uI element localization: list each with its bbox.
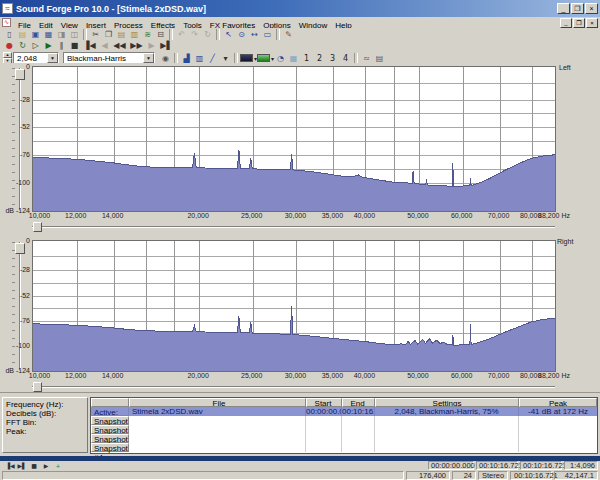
y-tick-label: -100 <box>0 341 30 348</box>
grid-button[interactable]: ▦ <box>287 53 300 64</box>
selection-length-field: 00:10:16.721 <box>520 461 562 470</box>
table-header-row: FileStartEndSettingsPeak <box>91 398 597 407</box>
menu-bar: ∿ FileEditViewInsertProcessEffectsToolsF… <box>0 17 600 28</box>
snapshot-row[interactable]: Snapshot #1: <box>91 416 597 425</box>
slider-track <box>32 386 555 388</box>
x-tick-label: 20,000 <box>187 372 208 379</box>
stop-button[interactable]: ■ <box>68 40 81 51</box>
restore-button[interactable]: ❐ <box>571 3 584 14</box>
slider-thumb[interactable] <box>33 382 42 392</box>
snapshot-table: FileStartEndSettingsPeakActive:Stimela 2… <box>90 397 598 454</box>
redo-button: ↷ <box>188 29 201 40</box>
magnify-tool-button[interactable]: ⊙ <box>235 29 248 40</box>
slope-options-dropdown[interactable]: ▾ <box>219 53 232 64</box>
copy-button[interactable]: ❐ <box>102 29 115 40</box>
spectrum-display-button[interactable]: ▾ <box>240 53 257 64</box>
play-all-button[interactable]: ▷ <box>29 40 42 51</box>
playbar-go-to-start-button[interactable]: ▐◀ <box>4 462 16 470</box>
normal-graph-button[interactable]: ▟ <box>180 53 193 64</box>
x-tick-label: 25,000 <box>241 372 262 379</box>
x-tick-label: 50,000 <box>407 212 428 219</box>
slider-thumb[interactable] <box>33 222 42 232</box>
print-button[interactable]: ▤ <box>373 53 386 64</box>
app-icon: ≈ <box>2 3 13 14</box>
right-spectrum-plot[interactable] <box>32 240 556 372</box>
selection-end-field: 00:10:16.721 <box>476 461 518 470</box>
active-row[interactable]: Active:Stimela 2xDSD.wav00:00:00.00000:1… <box>91 407 597 416</box>
rewind-button[interactable]: ◀◀ <box>111 40 128 51</box>
playbar-stop-button[interactable]: ■ <box>28 462 40 470</box>
cut-button[interactable]: ✂ <box>89 29 102 40</box>
paste-special-button[interactable]: ▥ <box>128 29 141 40</box>
x-tick-label: 10,000 <box>29 212 50 219</box>
selection-tool-button[interactable]: ▭ <box>261 29 274 40</box>
multi-channel-graph-button[interactable]: ▥ <box>193 53 206 64</box>
edit-tool-button[interactable]: ↖ <box>222 29 235 40</box>
go-to-start-button[interactable]: ▐◀ <box>81 40 98 51</box>
pause-button[interactable]: ∥ <box>55 40 68 51</box>
playbar-open-button[interactable]: + <box>52 462 64 470</box>
playbar-go-to-end-button[interactable]: ▶▌ <box>16 462 28 470</box>
x-tick-label: 40,000 <box>354 212 375 219</box>
playbar-play-button[interactable]: ▶ <box>40 462 52 470</box>
pencil-tool-button[interactable]: ✎ <box>282 29 295 40</box>
readout-decibels-db: Decibels (dB): <box>6 409 84 418</box>
x-tick-label: 14,000 <box>102 212 123 219</box>
slider-thumb[interactable] <box>15 243 25 254</box>
row-cell <box>129 425 306 434</box>
child-minimize-button[interactable]: _ <box>560 18 572 28</box>
snapshot-4-button[interactable]: 4 <box>339 53 352 64</box>
snapshot-3-button[interactable]: 3 <box>326 53 339 64</box>
trim-button[interactable]: ⊟ <box>154 29 167 40</box>
record-button[interactable]: ● <box>3 40 16 51</box>
total-length-cell: 00:10:16.721 <box>510 471 552 480</box>
right-plot-zoom-slider[interactable] <box>12 240 26 372</box>
child-restore-button[interactable]: ❐ <box>573 18 585 28</box>
paste-button[interactable]: ▤ <box>115 29 128 40</box>
x-tick-label: 30,000 <box>285 212 306 219</box>
render-as-button[interactable]: ◨ <box>55 29 68 40</box>
go-to-end-button[interactable]: ▶▌ <box>158 40 175 51</box>
left-plot-zoom-slider[interactable] <box>12 66 26 212</box>
save-all-button[interactable]: ▦ <box>42 29 55 40</box>
play-button[interactable]: ▶ <box>42 40 55 51</box>
left-plot-scroll-slider[interactable] <box>30 222 557 233</box>
snapshot-row[interactable]: Snapshot #3: <box>91 434 597 443</box>
snapshot-1-button[interactable]: 1 <box>300 53 313 64</box>
loop-playback-button[interactable]: ↻ <box>16 40 29 51</box>
publish-button[interactable]: ◫ <box>68 29 81 40</box>
snapshot-2-button[interactable]: 2 <box>313 53 326 64</box>
column-header-settings: Settings <box>375 398 519 407</box>
left-spectrum-plot[interactable] <box>32 66 556 212</box>
next-button: ▶ <box>145 40 158 51</box>
status-bar: 176,400 Hz24 bitStereo00:10:16.72142,147… <box>0 470 600 480</box>
sonogram-display-button[interactable]: ▾ <box>257 53 274 64</box>
column-header-peak: Peak <box>519 398 597 407</box>
new-file-button[interactable]: ▯ <box>3 29 16 40</box>
slope-button[interactable]: ╱ <box>206 53 219 64</box>
transport-toolbar: ●↻▷▶∥■▐◀◀◀◀▶▶▶▶▌ <box>0 40 600 51</box>
minimize-button[interactable]: _ <box>557 3 570 14</box>
sound-forge-window: ≈ Sound Forge Pro 10.0 - [Stimela 2xDSD.… <box>0 0 600 480</box>
document-icon[interactable]: ∿ <box>2 18 11 27</box>
overlay-snapshots-button[interactable]: ≈ <box>360 53 373 64</box>
toolbar-divider <box>169 29 173 40</box>
close-button[interactable]: × <box>585 3 598 14</box>
save-button[interactable]: ▣ <box>29 29 42 40</box>
mix-button[interactable]: ≋ <box>141 29 154 40</box>
event-tool-button[interactable]: ↔ <box>248 29 261 40</box>
open-file-button[interactable]: ▤ <box>16 29 29 40</box>
status-cells: 176,400 Hz24 bitStereo00:10:16.72142,147… <box>406 471 598 480</box>
chevron-down-icon[interactable]: ▼ <box>47 53 58 63</box>
slider-thumb[interactable] <box>15 69 25 80</box>
snapshot-row[interactable]: Snapshot #4: <box>91 443 597 452</box>
update-button[interactable]: ◔ <box>274 53 287 64</box>
snapshot-row[interactable]: Snapshot #2: <box>91 425 597 434</box>
child-close-button[interactable]: × <box>586 18 598 28</box>
chevron-down-icon[interactable]: ▼ <box>143 53 154 63</box>
standard-toolbar: ▯▤▣▦◨◫✂❐▤▥≋⊟↶↷↻↖⊙↔▭✎ <box>0 28 600 40</box>
real-time-monitoring-button[interactable]: ◉ <box>159 53 172 64</box>
y-tick-label: 0 <box>0 63 30 70</box>
row-cell <box>306 416 342 425</box>
forward-button[interactable]: ▶▶ <box>128 40 145 51</box>
